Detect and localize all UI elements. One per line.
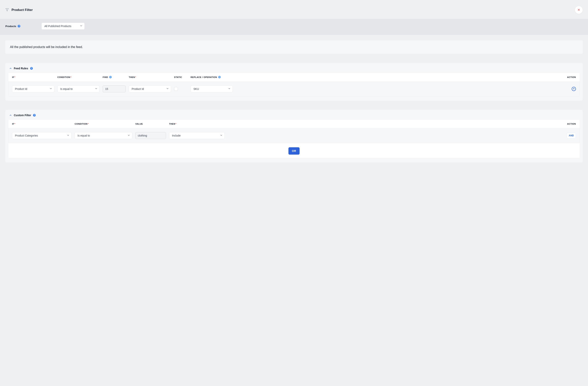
svg-marker-0	[6, 8, 9, 11]
products-bar: Products ? All Published Products	[0, 19, 588, 35]
chevron-down-icon	[127, 134, 130, 137]
custom-filter-header: IF* CONDITION* VALUE THEN* ACTION	[8, 119, 580, 128]
help-icon[interactable]: ?	[33, 114, 36, 116]
help-icon[interactable]: ?	[109, 76, 112, 78]
page-title: Product Filter	[12, 8, 33, 12]
help-icon[interactable]: ?	[30, 67, 33, 70]
or-row: OR	[8, 143, 580, 158]
or-button[interactable]: OR	[288, 147, 300, 155]
feed-rules-header: IF* CONDITION* FIND? THEN* STATIC REPLAC…	[8, 73, 580, 82]
then-select[interactable]: Product Id	[129, 86, 171, 92]
products-select-value: All Published Products	[44, 24, 71, 28]
condition-select[interactable]: Is equal to	[57, 86, 100, 92]
collapse-toggle[interactable]	[9, 114, 12, 116]
col-action-label: ACTION	[567, 76, 576, 78]
custom-filter-section: Custom Filter ? IF* CONDITION* VALUE THE…	[5, 110, 583, 162]
chevron-down-icon	[95, 87, 98, 91]
col-if-label: IF	[12, 123, 14, 125]
chevron-down-icon	[228, 87, 231, 91]
feed-rules-title: Feed Rules	[14, 67, 28, 70]
static-checkbox[interactable]	[174, 87, 178, 91]
page-header: Product Filter	[0, 0, 588, 19]
feed-rule-row: Product Id Is equal to Product Id	[8, 82, 580, 96]
plus-icon	[573, 87, 575, 91]
help-icon[interactable]: ?	[218, 76, 221, 78]
help-icon[interactable]: ?	[18, 25, 20, 27]
condition-select[interactable]: Is equal to	[75, 132, 132, 139]
products-label: Products	[5, 25, 16, 28]
replace-select[interactable]: SKU	[190, 86, 233, 92]
value-input[interactable]	[135, 132, 166, 139]
chevron-down-icon	[80, 24, 83, 28]
close-button[interactable]	[575, 6, 583, 14]
col-if-label: IF	[12, 76, 14, 78]
collapse-toggle[interactable]	[9, 67, 12, 70]
and-button[interactable]: AND	[567, 133, 576, 138]
chevron-down-icon	[220, 134, 223, 137]
chevron-down-icon	[49, 87, 52, 91]
chevron-down-icon	[166, 87, 169, 91]
col-static-label: STATIC	[174, 76, 182, 78]
col-condition-label: CONDITION	[57, 76, 70, 78]
col-action-label: ACTION	[567, 123, 576, 125]
col-condition-label: CONDITION	[75, 123, 87, 125]
if-select[interactable]: Product Id	[12, 86, 54, 92]
col-then-label: THEN	[169, 123, 175, 125]
then-select[interactable]: Include	[169, 132, 225, 139]
col-then-label: THEN	[129, 76, 135, 78]
add-rule-button[interactable]	[572, 87, 576, 91]
if-select[interactable]: Product Categories	[12, 132, 72, 139]
chevron-down-icon	[67, 134, 69, 137]
col-find-label: FIND	[103, 76, 108, 78]
col-replace-label: REPLACE / OPERATION	[190, 76, 217, 78]
notice-message: All the published products will be inclu…	[5, 40, 583, 54]
products-select[interactable]: All Published Products	[42, 23, 85, 30]
close-icon	[577, 8, 580, 12]
find-input[interactable]	[103, 86, 126, 92]
filter-icon	[5, 8, 9, 12]
col-value-label: VALUE	[135, 123, 143, 125]
feed-rules-section: Feed Rules ? IF* CONDITION* FIND? THEN* …	[5, 63, 583, 101]
custom-filter-title: Custom Filter	[14, 114, 31, 117]
custom-filter-row: Product Categories Is equal to Include	[8, 128, 580, 143]
